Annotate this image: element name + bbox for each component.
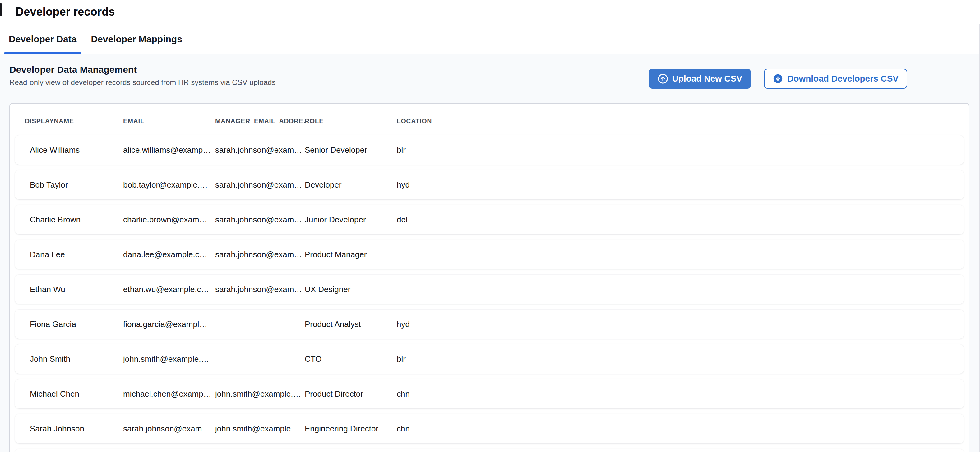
cell-email: michael.chen@examp… xyxy=(123,389,215,399)
section-header-text: Developer Data Management Read-only view… xyxy=(10,64,275,87)
cell-displayname: Sarah Johnson xyxy=(30,424,123,434)
table-header-row: DISPLAYNAME EMAIL MANAGER_EMAIL_ADDRE… R… xyxy=(10,104,969,135)
circle-arrow-down-icon xyxy=(773,73,783,84)
cell-role: UX Designer xyxy=(305,284,397,294)
table-row: John Smith john.smith@example.… CTO blr xyxy=(15,344,964,374)
table-row: Dana Lee dana.lee@example.c… sarah.johns… xyxy=(15,240,964,269)
download-csv-button[interactable]: Download Developers CSV xyxy=(764,69,907,89)
table-row: Sarah Johnson sarah.johnson@exam… john.s… xyxy=(15,414,964,443)
cell-email: sarah.johnson@exam… xyxy=(123,424,215,434)
cell-location: blr xyxy=(397,354,949,364)
column-header-email: EMAIL xyxy=(123,117,215,125)
cell-email: charlie.brown@exam… xyxy=(123,215,215,225)
cell-role: Junior Developer xyxy=(305,215,397,225)
cell-manager-email: sarah.johnson@exam… xyxy=(215,284,305,294)
column-header-manager-email: MANAGER_EMAIL_ADDRE… xyxy=(215,117,305,125)
cell-displayname: Fiona Garcia xyxy=(30,319,123,329)
column-header-displayname: DISPLAYNAME xyxy=(25,117,123,125)
cell-location: chn xyxy=(397,389,949,399)
cell-email: fiona.garcia@exampl… xyxy=(123,319,215,329)
table-row: Bob Taylor bob.taylor@example.… sarah.jo… xyxy=(15,170,964,200)
cell-manager-email: sarah.johnson@exam… xyxy=(215,145,305,155)
cell-role: Product Director xyxy=(305,389,397,399)
cell-role: CTO xyxy=(305,354,397,364)
section-title: Developer Data Management xyxy=(10,64,275,75)
cell-manager-email: sarah.johnson@exam… xyxy=(215,250,305,259)
cell-displayname: Michael Chen xyxy=(30,389,123,399)
page-title: Developer records xyxy=(16,5,115,18)
cell-email: bob.taylor@example.… xyxy=(123,180,215,190)
cell-displayname: Charlie Brown xyxy=(30,215,123,225)
column-header-role: ROLE xyxy=(305,117,397,125)
cell-role: Engineering Director xyxy=(305,424,397,434)
tab-developer-data[interactable]: Developer Data xyxy=(4,24,81,54)
cell-email: dana.lee@example.c… xyxy=(123,250,215,259)
upload-csv-label: Upload New CSV xyxy=(672,74,743,84)
tab-developer-data-label: Developer Data xyxy=(9,34,76,45)
page-header: Developer records xyxy=(0,0,980,24)
cell-role: Senior Developer xyxy=(305,145,397,155)
cell-displayname: Ethan Wu xyxy=(30,284,123,294)
cell-role: Product Manager xyxy=(305,250,397,259)
download-csv-label: Download Developers CSV xyxy=(787,74,899,84)
column-header-location: LOCATION xyxy=(397,117,954,125)
left-edge-artifact xyxy=(0,3,2,16)
table-row: Fiona Garcia fiona.garcia@exampl… Produc… xyxy=(15,310,964,339)
csv-actions: Upload New CSV Download Developers CSV xyxy=(649,69,907,89)
cell-displayname: Dana Lee xyxy=(30,250,123,259)
table-row: Michael Chen michael.chen@examp… john.sm… xyxy=(15,379,964,409)
cell-role: Product Analyst xyxy=(305,319,397,329)
cell-location: chn xyxy=(397,424,949,434)
cell-displayname: Bob Taylor xyxy=(30,180,123,190)
cell-displayname: John Smith xyxy=(30,354,123,364)
cell-manager-email: john.smith@example.… xyxy=(215,424,305,434)
cell-email: alice.williams@examp… xyxy=(123,145,215,155)
upload-csv-button[interactable]: Upload New CSV xyxy=(649,69,751,89)
tab-bar: Developer Data Developer Mappings xyxy=(0,24,980,54)
cell-location: hyd xyxy=(397,180,949,190)
section-header: Developer Data Management Read-only view… xyxy=(10,64,907,89)
developer-table: DISPLAYNAME EMAIL MANAGER_EMAIL_ADDRE… R… xyxy=(10,103,969,452)
cell-manager-email: sarah.johnson@exam… xyxy=(215,215,305,225)
cell-location: blr xyxy=(397,145,949,155)
section-subtitle: Read-only view of developer records sour… xyxy=(10,78,275,87)
cell-manager-email: john.smith@example.… xyxy=(215,389,305,399)
tab-developer-mappings[interactable]: Developer Mappings xyxy=(86,24,187,54)
table-row-partial xyxy=(15,449,964,452)
cell-manager-email: sarah.johnson@exam… xyxy=(215,180,305,190)
cell-role: Developer xyxy=(305,180,397,190)
circle-arrow-up-icon xyxy=(658,73,668,84)
table-row: Ethan Wu ethan.wu@example.c… sarah.johns… xyxy=(15,275,964,304)
cell-location: hyd xyxy=(397,319,949,329)
cell-location: del xyxy=(397,215,949,225)
table-row: Alice Williams alice.williams@examp… sar… xyxy=(15,135,964,165)
developer-data-panel: Developer Data Management Read-only view… xyxy=(0,54,980,452)
cell-email: john.smith@example.… xyxy=(123,354,215,364)
cell-displayname: Alice Williams xyxy=(30,145,123,155)
tab-developer-mappings-label: Developer Mappings xyxy=(91,34,182,45)
table-row: Charlie Brown charlie.brown@exam… sarah.… xyxy=(15,205,964,234)
cell-email: ethan.wu@example.c… xyxy=(123,284,215,294)
